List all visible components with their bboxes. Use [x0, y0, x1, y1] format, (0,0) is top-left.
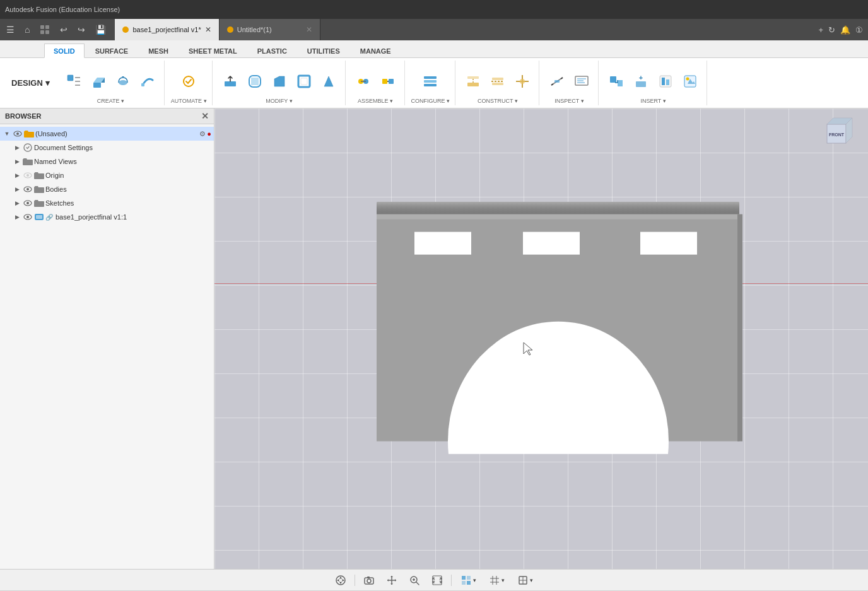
root-settings-icon[interactable]: ⚙ — [199, 130, 206, 138]
insert2-btn[interactable]: + — [630, 67, 652, 95]
base1-eye-icon[interactable] — [23, 212, 33, 222]
hamburger-btn[interactable]: ☰ — [3, 23, 18, 36]
bodies-eye-icon[interactable] — [23, 184, 33, 194]
offset-plane-icon — [466, 74, 481, 89]
add-tab-icon[interactable]: + — [818, 25, 823, 35]
origin-eye-icon[interactable] — [23, 170, 33, 180]
base1-label: base1_porjectfinal v1:1 — [56, 213, 211, 221]
ribbon-tab-plastic[interactable]: PLASTIC — [248, 44, 296, 57]
new-tab-btn[interactable] — [36, 23, 54, 36]
svg-point-61 — [26, 188, 29, 190]
extrude-btn[interactable] — [87, 67, 110, 95]
tree-item-root[interactable]: ▼ (Unsaved) ⚙ ● — [0, 127, 214, 141]
zoom-btn[interactable] — [406, 573, 423, 588]
svg-rect-73 — [640, 231, 697, 254]
tree-item-bodies[interactable]: ▶ Bodies — [0, 182, 214, 196]
rigid-group-btn[interactable] — [377, 67, 399, 95]
inspect2-btn[interactable] — [570, 67, 593, 95]
tree-item-sketches[interactable]: ▶ Sketches — [0, 196, 214, 210]
svg-point-59 — [26, 174, 29, 177]
svg-rect-3 — [45, 30, 49, 34]
measure-btn[interactable] — [546, 67, 568, 95]
sweep-btn[interactable] — [136, 67, 159, 95]
undo-btn[interactable]: ↩ — [56, 23, 71, 36]
tab-close-1[interactable]: ✕ — [205, 25, 211, 34]
extrude-icon — [91, 74, 106, 89]
design-button[interactable]: DESIGN ▾ — [5, 61, 56, 105]
navigate-btn[interactable] — [332, 573, 349, 588]
nav-cube[interactable]: FRONT — [818, 115, 855, 155]
ribbon-tab-manage[interactable]: MANAGE — [351, 44, 401, 57]
svg-rect-51 — [662, 78, 665, 85]
press-pull-btn[interactable] — [219, 67, 242, 95]
ribbon-group-insert: + INSERT ▾ — [600, 61, 707, 105]
tab-dot-1 — [122, 26, 129, 33]
tab-base1[interactable]: base1_porjectfinal v1* ✕ — [115, 19, 219, 40]
fillet-btn[interactable] — [243, 67, 266, 95]
tree-item-base1[interactable]: ▶ 🔗 base1_porjectfinal v1:1 — [0, 210, 214, 224]
chamfer-btn[interactable] — [268, 67, 291, 95]
ribbon-toolbar: DESIGN ▾ — [0, 58, 868, 108]
svg-text:FRONT: FRONT — [829, 132, 845, 137]
save-btn[interactable]: 💾 — [91, 23, 110, 36]
svg-rect-12 — [141, 83, 144, 86]
notification-icon[interactable]: 🔔 — [840, 25, 850, 35]
new-component-btn[interactable] — [62, 67, 85, 95]
tab-close-2[interactable]: ✕ — [306, 25, 312, 34]
ribbon-tab-surface[interactable]: SURFACE — [86, 44, 138, 57]
browser-close-icon[interactable]: ✕ — [201, 111, 209, 121]
tab-untitled[interactable]: Untitled*(1) ✕ — [220, 19, 320, 40]
draft-btn[interactable] — [317, 67, 340, 95]
home-btn[interactable]: ⌂ — [21, 23, 33, 36]
svg-point-37 — [520, 79, 525, 84]
svg-rect-46 — [610, 76, 616, 83]
tab-bar: ☰ ⌂ ↩ ↪ 💾 base1_porjectfinal v1* ✕ Untit… — [0, 19, 868, 40]
joint-icon — [356, 74, 371, 89]
automate-btn[interactable] — [177, 67, 200, 95]
svg-rect-2 — [40, 30, 44, 34]
ribbon-tab-utilities[interactable]: UTILITIES — [298, 44, 349, 57]
construct3-icon — [515, 74, 530, 89]
root-folder-icon — [24, 129, 34, 139]
units-btn[interactable]: ▾ — [513, 573, 537, 588]
revolve-btn[interactable] — [112, 67, 134, 95]
insert3-btn[interactable] — [654, 67, 677, 95]
grid-btn[interactable]: ▾ — [485, 573, 508, 588]
configure-btn[interactable] — [419, 67, 442, 95]
ribbon-tab-solid[interactable]: SOLID — [44, 44, 85, 58]
tree-item-doc-settings[interactable]: ▶ Document Settings — [0, 141, 214, 155]
pan-btn[interactable] — [383, 573, 401, 588]
account-icon[interactable]: ① — [855, 25, 863, 35]
insert-derive-btn[interactable] — [605, 67, 628, 95]
ribbon-tab-sheetmetal[interactable]: SHEET METAL — [179, 44, 247, 57]
joint-btn[interactable] — [352, 67, 375, 95]
tree-item-named-views[interactable]: ▶ Named Views — [0, 155, 214, 168]
root-eye-icon[interactable] — [13, 129, 23, 139]
root-record-icon[interactable]: ● — [207, 130, 211, 138]
svg-line-86 — [416, 582, 419, 585]
ribbon-group-create: CREATE ▾ — [57, 61, 165, 105]
midplane-btn[interactable] — [486, 67, 509, 95]
fit-btn[interactable] — [428, 573, 446, 588]
refresh-icon[interactable]: ↻ — [828, 25, 835, 35]
construct3-btn[interactable] — [511, 67, 534, 95]
sweep-icon — [140, 74, 155, 89]
svg-marker-47 — [618, 80, 623, 86]
svg-rect-67 — [36, 215, 42, 219]
svg-rect-16 — [251, 78, 259, 85]
ribbon-tab-mesh[interactable]: MESH — [139, 44, 178, 57]
offset-plane-btn[interactable] — [462, 67, 484, 95]
redo-btn[interactable]: ↪ — [74, 23, 89, 36]
insert4-btn[interactable] — [679, 67, 701, 95]
shell-btn[interactable] — [293, 67, 315, 95]
ribbon-group-automate: AUTOMATE ▾ — [166, 61, 213, 105]
insert-label: INSERT ▾ — [640, 98, 666, 104]
svg-rect-27 — [424, 80, 437, 83]
tree-item-origin[interactable]: ▶ Origin — [0, 168, 214, 182]
app-title: Autodesk Fusion (Education License) — [5, 6, 120, 13]
named-views-chevron: ▶ — [13, 157, 21, 166]
camera-btn[interactable] — [360, 573, 378, 588]
sketches-eye-icon[interactable] — [23, 198, 33, 208]
display-mode-btn[interactable]: ▾ — [457, 573, 480, 588]
viewport[interactable]: FRONT — [214, 108, 868, 569]
